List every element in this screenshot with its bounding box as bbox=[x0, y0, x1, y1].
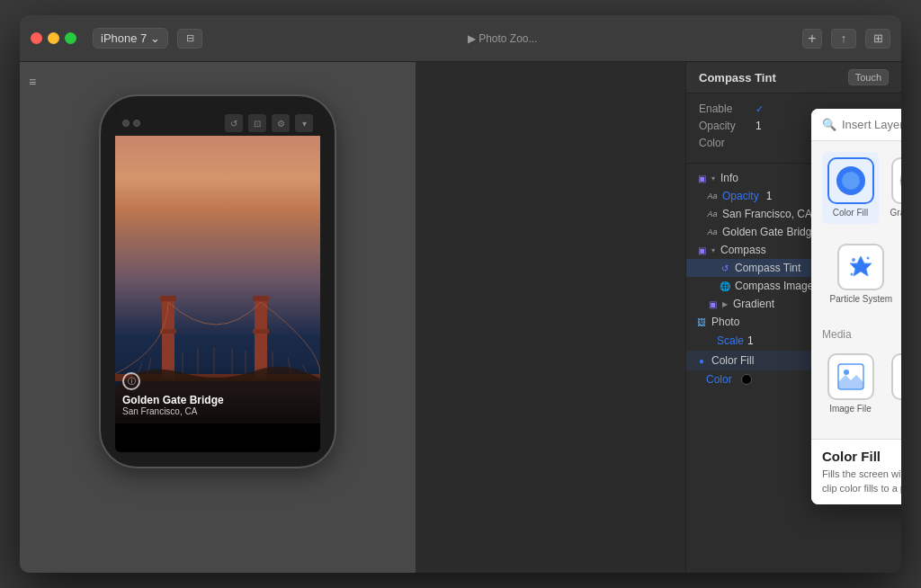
text-aa-icon-2: Aa bbox=[706, 226, 719, 238]
simulator-panel: ≡ ↺ ⊡ ⚙ ▾ bbox=[20, 62, 416, 573]
layout-toggle-icon[interactable]: ⊟ bbox=[177, 29, 202, 49]
gradient-fill-option[interactable]: Gradient Fill bbox=[886, 152, 901, 224]
screen-circles bbox=[122, 120, 140, 127]
expand-icon-2: ▾ bbox=[711, 246, 715, 254]
color-fill-color-label: Color bbox=[706, 373, 732, 386]
layer-type-grid-2: Particle System Aa Text Layer bbox=[822, 238, 901, 310]
color-fill-tree-label: Color Fill bbox=[711, 354, 754, 367]
image-file-icon bbox=[835, 361, 867, 393]
view-options-button[interactable]: ⊞ bbox=[865, 29, 890, 49]
particle-system-label: Particle System bbox=[830, 294, 892, 305]
layer-description: Color Fill Fills the screen with a solid… bbox=[811, 439, 901, 504]
location-name: Golden Gate Bridge bbox=[122, 394, 313, 406]
description-title: Color Fill bbox=[822, 449, 901, 464]
image-icon-box bbox=[891, 353, 902, 400]
svg-point-19 bbox=[842, 172, 860, 190]
popup-content: Color Fill Gradient Fill bbox=[811, 141, 901, 439]
text-aa-icon: Aa bbox=[706, 208, 719, 220]
media-grid: Image File bbox=[822, 348, 901, 420]
image-option[interactable]: Image bbox=[886, 348, 901, 420]
enable-check: ✓ bbox=[756, 103, 764, 115]
folder-icon: ▣ bbox=[695, 172, 708, 184]
share-button[interactable]: ↑ bbox=[831, 29, 856, 49]
color-fill-icon-box bbox=[827, 157, 874, 204]
compass-image-label: Compass Image bbox=[735, 280, 813, 292]
enable-label: Enable bbox=[699, 102, 748, 115]
info-label: Info bbox=[720, 172, 738, 184]
insert-layer-popup: 🔍 bbox=[811, 109, 901, 504]
color-fill-option[interactable]: Color Fill bbox=[822, 152, 879, 224]
location-sub: San Francisco, CA bbox=[122, 406, 313, 416]
titlebar: iPhone 7 ⌄ ⊟ ▶ Photo Zoo... + ↑ ⊞ bbox=[20, 15, 901, 62]
collapsed-icon: ▶ bbox=[722, 300, 728, 308]
location-overlay: ⓘ Golden Gate Bridge San Francisco, CA bbox=[115, 365, 320, 423]
close-button[interactable] bbox=[31, 32, 42, 44]
color-fill-swatch[interactable] bbox=[741, 374, 752, 385]
sim-screen: ↺ ⊡ ⚙ ▾ bbox=[115, 111, 320, 452]
device-selector[interactable]: iPhone 7 ⌄ bbox=[93, 28, 168, 49]
san-francisco-label: San Francisco, CA bbox=[722, 208, 812, 220]
svg-point-20 bbox=[900, 166, 902, 195]
media-section-header: Media bbox=[822, 328, 901, 341]
properties-title: Compass Tint bbox=[699, 71, 776, 85]
settings-icon[interactable]: ⚙ bbox=[272, 114, 290, 132]
svg-rect-6 bbox=[253, 296, 269, 301]
screenshot-icon[interactable]: ⊡ bbox=[248, 114, 266, 132]
traffic-lights bbox=[31, 32, 76, 44]
photo-label: Photo bbox=[711, 316, 739, 328]
gradient-fill-label: Gradient Fill bbox=[890, 208, 901, 218]
color-fill-label: Color Fill bbox=[833, 208, 868, 218]
svg-point-34 bbox=[852, 258, 855, 262]
opacity-tree-label: Opacity bbox=[722, 190, 759, 202]
particle-system-icon bbox=[845, 251, 877, 283]
description-text: Fills the screen with a solid color. Gro… bbox=[822, 468, 901, 495]
layer-type-grid: Color Fill Gradient Fill bbox=[822, 152, 901, 224]
location-icon: ⓘ bbox=[122, 372, 140, 390]
screen-controls: ↺ ⊡ ⚙ ▾ bbox=[225, 114, 313, 132]
opacity-label: Opacity bbox=[699, 120, 748, 132]
add-layer-button[interactable]: + bbox=[802, 29, 822, 49]
folder-icon-3: ▣ bbox=[706, 298, 719, 310]
image-icon-sm: 🌐 bbox=[719, 280, 731, 292]
main-content: ≡ ↺ ⊡ ⚙ ▾ bbox=[20, 62, 901, 573]
aa-icon: Aa bbox=[706, 190, 719, 202]
gradient-fill-icon-box bbox=[891, 157, 902, 204]
refresh-icon[interactable]: ↺ bbox=[225, 114, 243, 132]
more-icon[interactable]: ▾ bbox=[295, 114, 313, 132]
circle-2 bbox=[133, 120, 140, 127]
gradient-label: Gradient bbox=[733, 298, 774, 310]
image-file-option[interactable]: Image File bbox=[822, 348, 879, 420]
minimize-button[interactable] bbox=[48, 32, 59, 44]
image-icon bbox=[899, 361, 902, 393]
image-file-icon-box bbox=[827, 353, 874, 400]
gradient-fill-icon bbox=[899, 165, 902, 197]
photo-scale-label: Scale bbox=[717, 334, 744, 347]
particle-system-icon-box bbox=[837, 244, 884, 290]
chevron-down-icon: ⌄ bbox=[150, 31, 160, 45]
tint-icon: ↺ bbox=[719, 262, 731, 274]
touch-badge: Touch bbox=[848, 69, 889, 85]
properties-header: Compass Tint Touch bbox=[686, 62, 901, 94]
opacity-tree-value: 1 bbox=[766, 190, 773, 202]
svg-point-36 bbox=[851, 273, 854, 276]
search-input[interactable] bbox=[842, 118, 901, 131]
search-icon: 🔍 bbox=[822, 118, 836, 131]
folder-icon-2: ▣ bbox=[695, 244, 708, 256]
svg-rect-7 bbox=[253, 329, 269, 334]
titlebar-center: ▶ Photo Zoo... bbox=[211, 32, 793, 45]
golden-gate-label: Golden Gate Bridge bbox=[722, 226, 818, 238]
search-bar: 🔍 bbox=[811, 109, 901, 141]
menu-icon[interactable]: ≡ bbox=[29, 75, 36, 89]
svg-rect-3 bbox=[160, 296, 176, 301]
sim-image: ⓘ Golden Gate Bridge San Francisco, CA bbox=[115, 136, 320, 423]
circle-1 bbox=[122, 120, 130, 127]
color-fill-icon bbox=[835, 165, 867, 197]
particle-system-option[interactable]: Particle System bbox=[822, 238, 900, 310]
device-name-label: iPhone 7 bbox=[101, 31, 147, 45]
maximize-button[interactable] bbox=[65, 32, 76, 44]
image-file-label: Image File bbox=[829, 404, 872, 414]
photo-scale-value: 1 bbox=[747, 334, 754, 347]
project-name-label: ▶ Photo Zoo... bbox=[468, 32, 538, 45]
expand-icon: ▾ bbox=[711, 174, 715, 183]
svg-point-43 bbox=[844, 370, 849, 375]
